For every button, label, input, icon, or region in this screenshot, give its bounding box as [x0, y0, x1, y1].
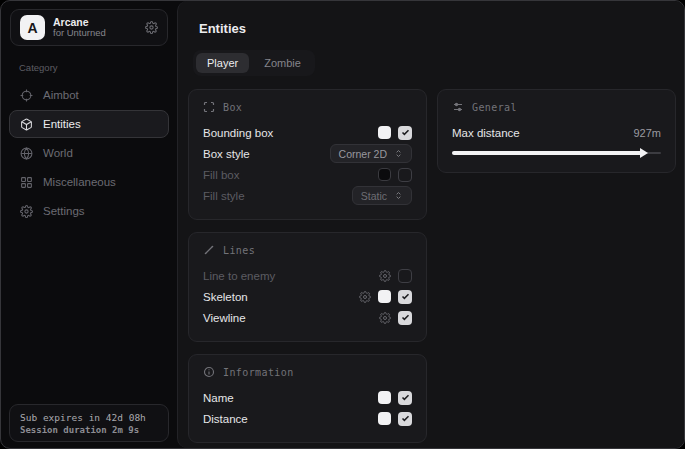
gear-icon[interactable]	[379, 312, 391, 324]
grid-icon	[20, 176, 33, 189]
page-title: Entities	[199, 21, 685, 36]
box-style-row: Box style Corner 2D	[203, 143, 412, 164]
sidebar-item-label: Miscellaneous	[43, 176, 116, 188]
info-icon	[203, 366, 215, 378]
skeleton-row: Skeleton	[203, 286, 412, 307]
sidebar-item-settings[interactable]: Settings	[9, 197, 169, 225]
max-distance-value: 927m	[633, 127, 661, 139]
lines-card-header: Lines	[203, 244, 412, 256]
name-checkbox[interactable]	[398, 391, 412, 405]
gear-icon[interactable]	[145, 21, 158, 34]
max-distance-slider[interactable]	[452, 147, 661, 159]
max-distance-slider-fill	[452, 151, 644, 155]
general-card: General Max distance 927m	[437, 89, 676, 173]
cube-icon	[20, 118, 33, 131]
fill-box-label: Fill box	[203, 169, 378, 181]
fill-box-row: Fill box	[203, 164, 412, 185]
name-label: Name	[203, 392, 378, 404]
sidebar-item-miscellaneous[interactable]: Miscellaneous	[9, 168, 169, 196]
gear-icon[interactable]	[359, 291, 371, 303]
color-swatch[interactable]	[378, 126, 391, 139]
card-title: Information	[223, 367, 294, 378]
gear-icon	[20, 205, 33, 218]
arcane-logo: A	[20, 15, 45, 40]
color-swatch[interactable]	[378, 391, 391, 404]
subscription-card: Sub expires in 42d 08h Session duration …	[9, 404, 169, 442]
sidebar-item-aimbot[interactable]: Aimbot	[9, 81, 169, 109]
line-to-enemy-row: Line to enemy	[203, 265, 412, 286]
column-right: General Max distance 927m	[437, 89, 676, 173]
dropdown-value: Static	[361, 190, 387, 202]
arcane-window: A Arcane for Unturned Category Aimbot	[0, 0, 685, 449]
bounding-box-row: Bounding box	[203, 122, 412, 143]
color-swatch[interactable]	[378, 168, 391, 181]
fill-box-checkbox[interactable]	[398, 168, 412, 182]
color-swatch[interactable]	[378, 412, 391, 425]
fill-style-row: Fill style Static	[203, 185, 412, 206]
sidebar-item-label: World	[43, 147, 73, 159]
sidebar-item-label: Aimbot	[43, 89, 79, 101]
gear-icon[interactable]	[379, 270, 391, 282]
fill-style-label: Fill style	[203, 190, 352, 202]
max-distance-row: Max distance 927m	[452, 122, 661, 143]
entity-tabs: Player Zombie	[193, 50, 315, 76]
viewline-label: Viewline	[203, 312, 379, 324]
tab-player[interactable]: Player	[196, 53, 249, 73]
box-style-dropdown[interactable]: Corner 2D	[330, 144, 412, 163]
information-card: Information Name Distance	[188, 354, 427, 443]
lines-card: Lines Line to enemy Skeleton	[188, 232, 427, 342]
dropdown-value: Corner 2D	[339, 148, 387, 160]
scan-corners-icon	[203, 101, 215, 113]
sidebar-item-label: Entities	[43, 118, 81, 130]
tab-zombie[interactable]: Zombie	[253, 53, 312, 73]
information-card-header: Information	[203, 366, 412, 378]
bounding-box-checkbox[interactable]	[398, 126, 412, 140]
viewline-row: Viewline	[203, 307, 412, 328]
brand-text: Arcane for Unturned	[53, 16, 137, 39]
max-distance-label: Max distance	[452, 127, 633, 139]
sidebar-nav: Aimbot Entities World Miscellaneous	[1, 81, 177, 225]
distance-checkbox[interactable]	[398, 412, 412, 426]
brand-card: A Arcane for Unturned	[10, 9, 168, 46]
fill-style-dropdown[interactable]: Static	[352, 186, 412, 205]
sliders-icon	[452, 101, 464, 113]
card-title: General	[472, 102, 517, 113]
category-label: Category	[19, 62, 177, 73]
crosshair-icon	[20, 89, 33, 102]
box-card: Box Bounding box Box style	[188, 89, 427, 220]
globe-icon	[20, 147, 33, 160]
skeleton-label: Skeleton	[203, 291, 359, 303]
distance-label: Distance	[203, 413, 378, 425]
color-swatch[interactable]	[378, 290, 391, 303]
box-card-header: Box	[203, 101, 412, 113]
cards-grid: Box Bounding box Box style	[178, 76, 685, 449]
sidebar-item-world[interactable]: World	[9, 139, 169, 167]
brand-subtitle: for Unturned	[53, 28, 137, 39]
line-to-enemy-checkbox[interactable]	[398, 269, 412, 283]
session-duration-text: Session duration 2m 9s	[20, 425, 158, 435]
sidebar-item-entities[interactable]: Entities	[9, 110, 169, 138]
column-left: Box Bounding box Box style	[188, 89, 427, 443]
general-card-header: General	[452, 101, 661, 113]
box-style-label: Box style	[203, 148, 330, 160]
name-row: Name	[203, 387, 412, 408]
main-panel: Entities Player Zombie Box Bounding box	[177, 1, 685, 448]
card-title: Lines	[223, 245, 255, 256]
card-title: Box	[223, 102, 242, 113]
skeleton-checkbox[interactable]	[398, 290, 412, 304]
viewline-checkbox[interactable]	[398, 311, 412, 325]
chevrons-up-down-icon	[394, 191, 403, 200]
sidebar: A Arcane for Unturned Category Aimbot	[1, 1, 177, 448]
sidebar-item-label: Settings	[43, 205, 85, 217]
sub-expiry-text: Sub expires in 42d 08h	[20, 412, 158, 423]
bounding-box-label: Bounding box	[203, 127, 378, 139]
chevrons-up-down-icon	[394, 149, 403, 158]
distance-row: Distance	[203, 408, 412, 429]
slider-thumb-arrow-icon[interactable]	[640, 148, 648, 158]
line-to-enemy-label: Line to enemy	[203, 270, 379, 282]
line-icon	[203, 244, 215, 256]
